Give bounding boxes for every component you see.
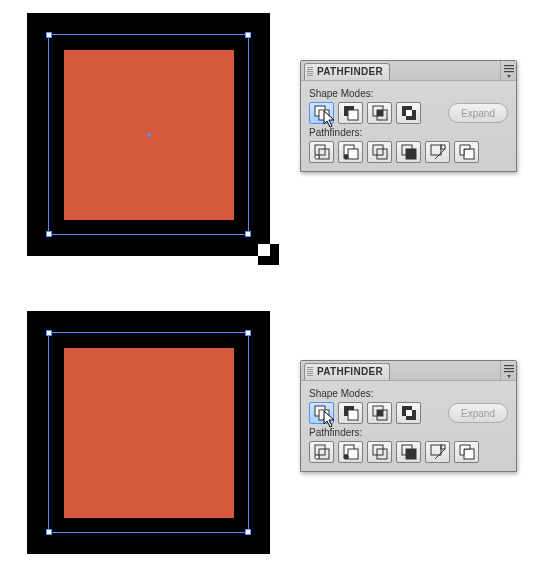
- handle-bottom-right[interactable]: [245, 529, 251, 535]
- selection-center: [147, 133, 151, 137]
- panel-header[interactable]: PATHFINDER: [301, 61, 516, 81]
- pathfinders-label: Pathfinders:: [309, 427, 508, 438]
- shape-mode-intersect-button[interactable]: [367, 102, 392, 124]
- panel-menu-icon: [504, 63, 514, 79]
- trim-icon: [342, 443, 360, 461]
- panel-menu-icon: [504, 363, 514, 379]
- shape-mode-unite-button[interactable]: [309, 102, 334, 124]
- pathfinder-outline-button[interactable]: [425, 141, 450, 163]
- white-corner-notch: [258, 244, 270, 256]
- pathfinder-crop-button[interactable]: [396, 441, 421, 463]
- crop-icon: [400, 443, 418, 461]
- shape-mode-unite-button[interactable]: [309, 402, 334, 424]
- trim-icon: [342, 143, 360, 161]
- selection-bounds[interactable]: [48, 332, 249, 533]
- handle-top-right[interactable]: [245, 330, 251, 336]
- merge-icon: [371, 443, 389, 461]
- crop-icon: [400, 143, 418, 161]
- panel-drag-grip[interactable]: [307, 67, 313, 77]
- exclude-icon: [400, 104, 418, 122]
- handle-top-left[interactable]: [46, 330, 52, 336]
- panel-header[interactable]: PATHFINDER: [301, 361, 516, 381]
- divide-icon: [313, 443, 331, 461]
- shape-mode-exclude-button[interactable]: [396, 402, 421, 424]
- handle-top-right[interactable]: [245, 32, 251, 38]
- exclude-icon: [400, 404, 418, 422]
- panel-title: PATHFINDER: [317, 66, 383, 80]
- handle-bottom-left[interactable]: [46, 529, 52, 535]
- pathfinder-divide-button[interactable]: [309, 441, 334, 463]
- pathfinder-crop-button[interactable]: [396, 141, 421, 163]
- panel-title: PATHFINDER: [317, 366, 383, 380]
- pathfinder-panel: PATHFINDER Shape Modes: Expand Pathfinde…: [300, 60, 517, 172]
- shape-mode-intersect-button[interactable]: [367, 402, 392, 424]
- unite-icon: [313, 404, 331, 422]
- shape-modes-row: Expand: [309, 402, 508, 424]
- pathfinders-row: [309, 141, 508, 163]
- minus-back-icon: [458, 443, 476, 461]
- pathfinders-label: Pathfinders:: [309, 127, 508, 138]
- panel-menu-button[interactable]: [500, 361, 516, 381]
- outline-icon: [429, 143, 447, 161]
- divide-icon: [313, 143, 331, 161]
- expand-label: Expand: [461, 108, 495, 119]
- intersect-icon: [371, 104, 389, 122]
- shape-modes-label: Shape Modes:: [309, 88, 508, 99]
- pathfinder-trim-button[interactable]: [338, 141, 363, 163]
- minus-front-icon: [342, 104, 360, 122]
- shape-modes-label: Shape Modes:: [309, 388, 508, 399]
- expand-button[interactable]: Expand: [448, 103, 508, 123]
- pathfinders-row: [309, 441, 508, 463]
- outline-icon: [429, 443, 447, 461]
- panel-body: Shape Modes: Expand Pathfinders:: [301, 381, 516, 471]
- unite-icon: [313, 104, 331, 122]
- pathfinder-panel: PATHFINDER Shape Modes: Expand Pathfinde…: [300, 360, 517, 472]
- shape-modes-row: Expand: [309, 102, 508, 124]
- handle-bottom-right[interactable]: [245, 231, 251, 237]
- selection-bounds[interactable]: [48, 34, 249, 235]
- panel-menu-button[interactable]: [500, 61, 516, 81]
- pathfinder-divide-button[interactable]: [309, 141, 334, 163]
- pathfinder-merge-button[interactable]: [367, 441, 392, 463]
- pathfinder-trim-button[interactable]: [338, 441, 363, 463]
- handle-top-left[interactable]: [46, 32, 52, 38]
- intersect-icon: [371, 404, 389, 422]
- expand-label: Expand: [461, 408, 495, 419]
- panel-body: Shape Modes: Expand Pathfinders:: [301, 81, 516, 171]
- handle-bottom-left[interactable]: [46, 231, 52, 237]
- pathfinder-minus-back-button[interactable]: [454, 441, 479, 463]
- shape-mode-minus-front-button[interactable]: [338, 402, 363, 424]
- pathfinder-outline-button[interactable]: [425, 441, 450, 463]
- merge-icon: [371, 143, 389, 161]
- panel-drag-grip[interactable]: [307, 367, 313, 377]
- expand-button[interactable]: Expand: [448, 403, 508, 423]
- shape-mode-minus-front-button[interactable]: [338, 102, 363, 124]
- pathfinder-minus-back-button[interactable]: [454, 141, 479, 163]
- pathfinder-merge-button[interactable]: [367, 141, 392, 163]
- minus-front-icon: [342, 404, 360, 422]
- minus-back-icon: [458, 143, 476, 161]
- shape-mode-exclude-button[interactable]: [396, 102, 421, 124]
